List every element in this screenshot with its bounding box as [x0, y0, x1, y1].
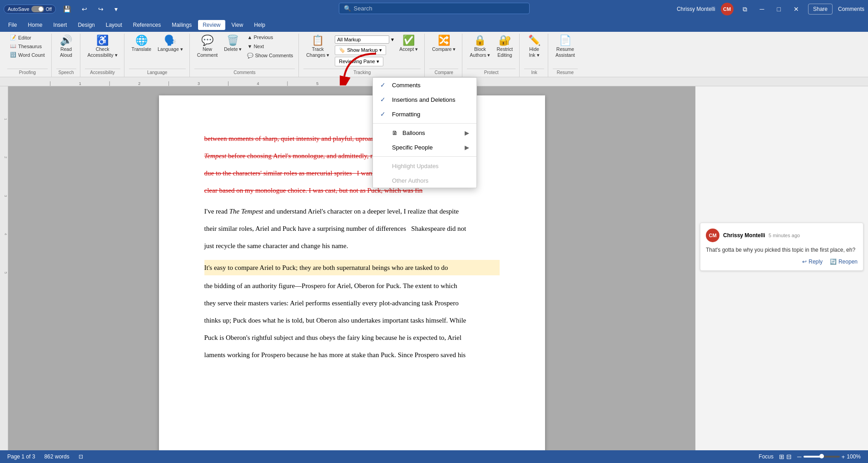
- autosave-toggle[interactable]: [31, 6, 44, 12]
- title-bar: AutoSave Off 💾 ↩ ↪ ▾ Document48 - Word 🔍…: [0, 0, 868, 18]
- previous-comment-button[interactable]: ▲ Previous: [245, 34, 295, 41]
- save-button[interactable]: 💾: [60, 4, 74, 15]
- read-aloud-button[interactable]: 🔊 ReadAloud: [56, 34, 76, 60]
- translate-button[interactable]: 🌐 Translate: [129, 34, 154, 54]
- autosave-label: AutoSave: [8, 6, 30, 12]
- editor-button[interactable]: 📝 Editor: [7, 34, 48, 41]
- print-layout-view-button[interactable]: ⊞: [779, 453, 784, 460]
- ribbon-group-language: 🌐 Translate 🗣️ Language ▾ Language: [125, 34, 190, 77]
- next-comment-button[interactable]: ▼ Next: [245, 43, 295, 50]
- reopen-button[interactable]: 🔄 Reopen: [830, 259, 858, 265]
- share-button[interactable]: Share: [808, 4, 833, 15]
- dropdown-item-balloons[interactable]: ✓ 🗎 Balloons ▶: [373, 125, 476, 140]
- restore-window-button[interactable]: ⧉: [739, 4, 751, 15]
- menu-help[interactable]: Help: [249, 20, 270, 30]
- autosave-control[interactable]: AutoSave Off: [4, 5, 56, 14]
- compare-button[interactable]: 🔀 Compare ▾: [429, 34, 458, 54]
- comment-header: CM Chrissy Montelli 5 minutes ago: [706, 229, 858, 242]
- comments-group-label: Comments: [194, 69, 295, 75]
- delete-comment-button[interactable]: 🗑️ Delete ▾: [221, 34, 244, 54]
- comment-author: Chrissy Montelli: [723, 232, 765, 239]
- menu-home[interactable]: Home: [23, 20, 47, 30]
- reviewing-pane-button[interactable]: Reviewing Pane ▾: [335, 57, 383, 66]
- dropdown-separator-1: [373, 123, 476, 124]
- status-bar-right: Focus ⊞ ⊟ ─ + 100%: [759, 453, 861, 460]
- editor-icon: 📝: [10, 35, 16, 40]
- web-layout-view-button[interactable]: ⊟: [786, 453, 792, 460]
- ribbon-group-speech: 🔊 ReadAloud Speech: [53, 34, 80, 77]
- track-changes-button[interactable]: 📋 TrackChanges ▾: [303, 34, 332, 60]
- title-bar-right: Chrissy Montelli CM ⧉ ─ □ ✕ Share Commen…: [577, 3, 864, 15]
- document-title: Document48 - Word 🔍: [291, 6, 578, 13]
- undo-button[interactable]: ↩: [78, 4, 91, 15]
- document-page: between moments of sharp, quiet intensit…: [159, 95, 545, 450]
- autosave-status: Off: [46, 7, 52, 12]
- menu-mailings[interactable]: Mailings: [167, 20, 196, 30]
- resume-assistant-button[interactable]: 📄 ResumeAssistant: [553, 34, 578, 60]
- ribbon-group-comments: 💬 NewComment 🗑️ Delete ▾ ▲ Previous ▼ Ne…: [191, 34, 299, 77]
- language-icon: 🗣️: [164, 35, 176, 45]
- customize-button[interactable]: ▾: [111, 4, 121, 15]
- protect-buttons: 🔒 BlockAuthors ▾ 🔐 RestrictEditing: [467, 34, 516, 68]
- redo-button[interactable]: ↪: [94, 4, 107, 15]
- word-count-button[interactable]: 🔢 Word Count: [7, 51, 48, 59]
- comments-buttons: 💬 NewComment 🗑️ Delete ▾ ▲ Previous ▼ Ne…: [194, 34, 295, 68]
- dropdown-item-formatting[interactable]: ✓ Formatting: [373, 107, 476, 121]
- page-count: Page 1 of 3: [7, 453, 35, 460]
- dropdown-item-balloons-label: Balloons: [402, 129, 425, 136]
- accessibility-group-label: Accessibility: [85, 69, 120, 75]
- speech-group-label: Speech: [56, 69, 76, 75]
- search-input[interactable]: [354, 5, 525, 12]
- compare-buttons: 🔀 Compare ▾: [429, 34, 458, 68]
- zoom-level: 100%: [847, 453, 861, 460]
- search-bar[interactable]: 🔍: [339, 3, 530, 14]
- ribbon-group-resume: 📄 ResumeAssistant Resume: [549, 34, 581, 77]
- title-bar-left: AutoSave Off 💾 ↩ ↪ ▾: [4, 4, 291, 15]
- hide-ink-button[interactable]: ✏️ HideInk ▾: [524, 34, 544, 60]
- menu-layout[interactable]: Layout: [101, 20, 127, 30]
- document-area[interactable]: between moments of sharp, quiet intensit…: [8, 86, 695, 450]
- comment-panel: CM Chrissy Montelli 5 minutes ago That's…: [695, 86, 868, 450]
- focus-button[interactable]: Focus: [759, 453, 774, 460]
- menu-file[interactable]: File: [4, 20, 21, 30]
- block-authors-button[interactable]: 🔒 BlockAuthors ▾: [467, 34, 493, 60]
- zoom-in-button[interactable]: +: [842, 453, 845, 460]
- menu-insert[interactable]: Insert: [49, 20, 71, 30]
- dropdown-item-comments[interactable]: ✓ Comments: [373, 78, 476, 92]
- restrict-editing-button[interactable]: 🔐 RestrictEditing: [494, 34, 516, 60]
- zoom-slider[interactable]: [804, 456, 840, 458]
- thesaurus-button[interactable]: 📖 Thesaurus: [7, 42, 48, 50]
- check-other-authors-icon: ✓: [380, 177, 387, 184]
- check-specific-people-icon: ✓: [380, 144, 387, 151]
- accept-button[interactable]: ✅ Accept ▾: [397, 34, 421, 54]
- close-button[interactable]: ✕: [790, 4, 803, 15]
- reply-button[interactable]: ↩ Reply: [802, 259, 823, 265]
- minimize-button[interactable]: ─: [756, 4, 768, 15]
- ribbon-group-accessibility: ♿ CheckAccessibility ▾ Accessibility: [81, 34, 124, 77]
- read-aloud-icon: 🔊: [60, 35, 72, 45]
- paragraph-6: their similar roles, Ariel and Puck have…: [204, 222, 500, 235]
- new-comment-button[interactable]: 💬 NewComment: [194, 34, 221, 60]
- dropdown-separator-2: [373, 156, 476, 157]
- menu-design[interactable]: Design: [73, 20, 99, 30]
- menu-review[interactable]: Review: [198, 20, 225, 30]
- markup-select-dropdown[interactable]: All Markup Simple Markup No Markup Origi…: [335, 35, 389, 44]
- maximize-button[interactable]: □: [774, 4, 784, 15]
- dropdown-item-other-authors-label: Other Authors: [392, 177, 428, 184]
- reply-icon: ↩: [802, 259, 807, 265]
- ink-group-label: Ink: [524, 69, 544, 75]
- show-markup-button[interactable]: 🏷️ Show Markup ▾: [335, 45, 386, 55]
- zoom-thumb[interactable]: [819, 454, 824, 458]
- dropdown-item-insertions[interactable]: ✓ Insertions and Deletions: [373, 92, 476, 107]
- language-button[interactable]: 🗣️ Language ▾: [155, 34, 186, 54]
- markup-controls: All Markup Simple Markup No Markup Origi…: [333, 34, 396, 66]
- resume-buttons: 📄 ResumeAssistant: [553, 34, 578, 68]
- comments-nav: ▲ Previous ▼ Next 💬 Show Comments: [245, 34, 295, 60]
- dropdown-item-specific-people[interactable]: ✓ Specific People ▶: [373, 140, 476, 154]
- menu-references[interactable]: References: [129, 20, 165, 30]
- zoom-out-button[interactable]: ─: [797, 453, 801, 460]
- check-accessibility-button[interactable]: ♿ CheckAccessibility ▾: [85, 34, 120, 60]
- comments-button[interactable]: Comments: [838, 6, 864, 12]
- show-comments-button[interactable]: 💬 Show Comments: [245, 52, 295, 60]
- menu-view[interactable]: View: [227, 20, 248, 30]
